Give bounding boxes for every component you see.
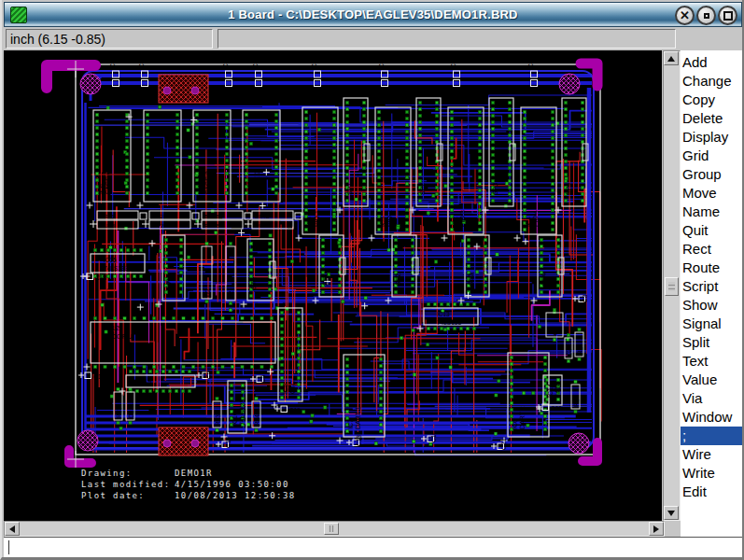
component-label: C14 bbox=[93, 373, 105, 380]
component-label: SS1 bbox=[322, 273, 329, 286]
component-label: SP1 bbox=[346, 183, 353, 195]
component-label: BR4B bbox=[255, 214, 270, 219]
menu-item-display[interactable]: Display bbox=[681, 128, 744, 147]
board-canvas[interactable]: C6C7C8C9C10C11C12C13BR1BRU1BBR2BRU2BBR3B… bbox=[4, 50, 662, 521]
component-label: R13 bbox=[215, 414, 221, 426]
vertical-scrollbar[interactable] bbox=[663, 50, 681, 521]
component-label: C8 bbox=[222, 60, 229, 68]
menu-item-edit[interactable]: Edit bbox=[681, 483, 744, 501]
eagle-window: 1 Board - C:\DESKTOP\EAGLEV35\DEMO1R.BRD… bbox=[0, 0, 744, 560]
menu-item-quit[interactable]: Quit bbox=[681, 221, 744, 240]
component-label: IC12 bbox=[104, 324, 119, 332]
pcb-board[interactable]: C6C7C8C9C10C11C12C13BR1BRU1BBR2BRU2BBR3B… bbox=[4, 50, 662, 521]
menu-item-split[interactable]: Split bbox=[681, 333, 744, 352]
component-label: R1 bbox=[573, 399, 580, 407]
menu-item-change[interactable]: Change bbox=[681, 72, 744, 91]
menu-item-semicolon[interactable]: ; bbox=[681, 427, 744, 445]
maximize-icon bbox=[723, 11, 733, 21]
arrow-right-icon bbox=[653, 525, 659, 533]
menu-item-copy[interactable]: Copy bbox=[681, 91, 744, 109]
component-label: Z80CPU bbox=[104, 332, 133, 341]
component-label: IC147404 bbox=[547, 383, 561, 398]
command-input[interactable] bbox=[4, 537, 744, 557]
window-buttons: ✕ bbox=[675, 6, 737, 25]
text-caret bbox=[8, 540, 9, 554]
component-label: C3 bbox=[582, 294, 588, 302]
component-label: 4/15/1996 03:50:00 bbox=[175, 480, 289, 489]
component-label: U2 bbox=[228, 290, 234, 299]
component-label: Q1 bbox=[552, 327, 559, 335]
scroll-right-button[interactable] bbox=[649, 522, 664, 536]
component-label: Plot date: bbox=[81, 491, 145, 500]
component-label: C13 bbox=[527, 57, 534, 68]
menu-item-move[interactable]: Move bbox=[681, 184, 744, 203]
component-label: 74LS138 bbox=[104, 265, 128, 272]
maximize-button[interactable] bbox=[718, 6, 737, 25]
mounting-hole[interactable] bbox=[559, 74, 580, 94]
close-icon: ✕ bbox=[680, 9, 690, 21]
close-button[interactable]: ✕ bbox=[675, 6, 695, 25]
scroll-down-button[interactable] bbox=[664, 506, 679, 520]
component-label: RU4B bbox=[255, 223, 270, 229]
title-bar[interactable]: 1 Board - C:\DESKTOP\EAGLEV35\DEMO1R.BRD… bbox=[4, 2, 742, 27]
component-label: SP4 bbox=[565, 183, 571, 195]
arrow-down-icon bbox=[667, 511, 675, 516]
menu-item-wire[interactable]: Wire bbox=[681, 445, 744, 464]
menu-item-write[interactable]: Write bbox=[681, 464, 744, 483]
component-label: IC15 bbox=[104, 257, 117, 263]
component-label: DEMO1R bbox=[175, 469, 213, 478]
menu-item-signal[interactable]: Signal bbox=[681, 315, 744, 333]
horizontal-scrollbar[interactable] bbox=[4, 521, 665, 537]
menu-item-via[interactable]: Via bbox=[681, 389, 744, 408]
vertical-scroll-thumb[interactable] bbox=[665, 277, 679, 296]
menu-item-text[interactable]: Text bbox=[681, 352, 744, 371]
connector-block[interactable] bbox=[159, 427, 208, 455]
component-label: ST1 bbox=[250, 277, 257, 289]
component-label: C2 bbox=[566, 348, 572, 357]
minimize-button[interactable] bbox=[696, 6, 716, 25]
component-label: IC13 bbox=[437, 311, 450, 317]
scroll-up-button[interactable] bbox=[664, 51, 679, 65]
mounting-hole[interactable] bbox=[77, 430, 98, 451]
component-label: SS2 bbox=[395, 273, 401, 286]
component-label: C20 bbox=[551, 405, 562, 412]
menu-item-add[interactable]: Add bbox=[681, 53, 744, 72]
component-label: R14 bbox=[254, 414, 260, 426]
component-label: RU1B bbox=[100, 223, 115, 229]
menu-item-name[interactable]: Name bbox=[681, 203, 744, 221]
component-label: C5 bbox=[260, 374, 266, 383]
window-title: 1 Board - C:\DESKTOP\EAGLEV35\DEMO1R.BRD bbox=[5, 7, 741, 21]
mounting-hole[interactable] bbox=[80, 74, 101, 94]
menu-item-window[interactable]: Window bbox=[681, 408, 744, 427]
component-label: C18 bbox=[95, 274, 106, 281]
component-label: Last modified: bbox=[81, 480, 170, 489]
component-label: D2 bbox=[204, 288, 211, 297]
component-label: C7 bbox=[138, 60, 145, 68]
component-label: C21 bbox=[500, 439, 507, 450]
menu-item-show[interactable]: Show bbox=[681, 296, 744, 315]
status-message bbox=[218, 29, 676, 49]
menu-item-script[interactable]: Script bbox=[681, 277, 744, 296]
scroll-left-button[interactable] bbox=[5, 522, 20, 536]
component-label: SP3 bbox=[492, 183, 498, 195]
component-label: R2 bbox=[577, 346, 583, 355]
menu-item-value[interactable]: Value bbox=[681, 371, 744, 389]
component-label: BR2B bbox=[152, 214, 167, 219]
component-label: BR3B bbox=[204, 214, 219, 219]
component-label: Drawing: bbox=[81, 469, 133, 478]
arrow-up-icon bbox=[667, 56, 675, 62]
menu-item-route[interactable]: Route bbox=[681, 259, 744, 277]
menu-item-rect[interactable]: Rect bbox=[681, 240, 744, 259]
component-label: SP2 bbox=[419, 183, 426, 195]
arrow-left-icon bbox=[9, 525, 15, 533]
connector-block[interactable] bbox=[159, 75, 208, 103]
component-label: RU2B bbox=[152, 223, 167, 229]
menu-item-delete[interactable]: Delete bbox=[681, 109, 744, 128]
menu-item-group[interactable]: Group bbox=[681, 165, 744, 184]
component-label: 74LS138 bbox=[437, 319, 461, 326]
horizontal-scroll-thumb[interactable] bbox=[324, 523, 339, 535]
mounting-hole[interactable] bbox=[569, 433, 589, 454]
app-icon[interactable] bbox=[10, 7, 27, 23]
menu-item-grid[interactable]: Grid bbox=[681, 147, 744, 165]
coordinate-display: inch (6.15 -0.85) bbox=[6, 29, 213, 49]
